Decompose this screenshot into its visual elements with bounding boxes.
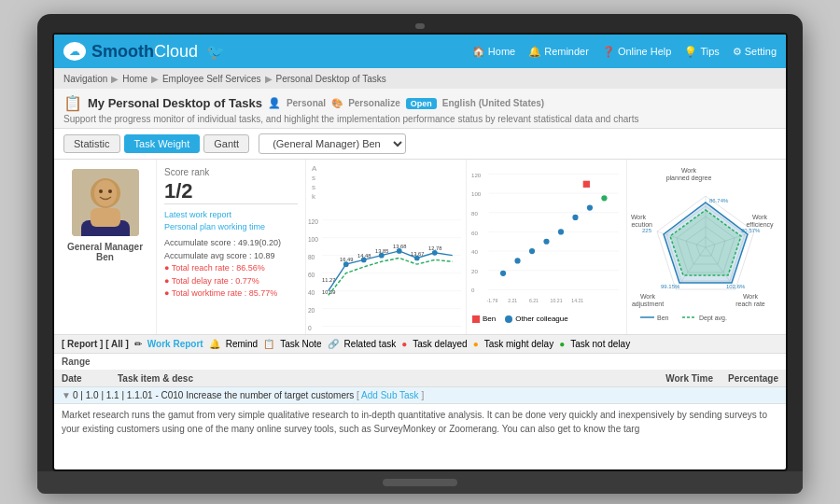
breadcrumb-ess[interactable]: Employee Self Services bbox=[162, 74, 261, 84]
th-percentage: Percentage bbox=[713, 373, 778, 384]
tasknotdelay-tab[interactable]: Task not delay bbox=[570, 339, 630, 349]
stat-reach-rate: ● Total reach rate : 86.56% bbox=[164, 262, 298, 275]
svg-rect-6 bbox=[91, 208, 120, 227]
laptop-notch bbox=[383, 479, 457, 486]
score-month-chart: Assk 120 100 80 60 40 20 0 bbox=[306, 160, 467, 334]
tab-gantt[interactable]: Gantt bbox=[203, 134, 249, 153]
language-label: English (United States) bbox=[442, 98, 544, 108]
svg-text:adjustment: adjustment bbox=[632, 301, 664, 308]
svg-point-63 bbox=[572, 215, 578, 220]
logo-bird: 🐦 bbox=[206, 44, 225, 60]
svg-point-27 bbox=[343, 261, 349, 267]
tasknote-tab[interactable]: Task Note bbox=[280, 339, 321, 349]
stat-avg-score: Accumulate avg score : 10.89 bbox=[164, 250, 298, 263]
svg-text:120: 120 bbox=[308, 218, 318, 225]
svg-text:17/09: 17/09 bbox=[385, 333, 397, 334]
personal-icon: 👤 bbox=[268, 97, 281, 109]
breadcrumb-home[interactable]: Home bbox=[122, 74, 147, 84]
laptop-frame: ☁ SmoothCloud 🐦 🏠Home 🔔Reminder ❓Online … bbox=[37, 14, 803, 490]
score-stats: Accumulate score : 49.19(0.20) Accumulat… bbox=[164, 237, 298, 301]
nav-tips[interactable]: 💡Tips bbox=[684, 46, 719, 58]
open-badge: Open bbox=[406, 98, 437, 109]
logo-light: Cloud bbox=[154, 42, 198, 61]
latest-work-report-link[interactable]: Latest work report bbox=[164, 210, 298, 219]
svg-text:100: 100 bbox=[308, 236, 318, 243]
score-links: Latest work report Personal plan working… bbox=[164, 210, 298, 231]
svg-text:40: 40 bbox=[471, 248, 478, 255]
table-header: Date Task item & desc Work Time Percenta… bbox=[54, 371, 786, 387]
camera-dot bbox=[415, 23, 425, 29]
nav-reminder[interactable]: 🔔Reminder bbox=[528, 46, 589, 58]
svg-text:Work: Work bbox=[743, 293, 759, 300]
score-panel: Score rank 1/2 Latest work report Person… bbox=[157, 160, 306, 334]
taskmightdelay-dot: ● bbox=[473, 339, 479, 349]
nav-home[interactable]: 🏠Home bbox=[472, 46, 515, 58]
svg-text:90.57%: 90.57% bbox=[741, 228, 761, 233]
add-sub-task-link[interactable]: Add Sub Task bbox=[361, 390, 419, 400]
score-value: 1/2 bbox=[164, 179, 298, 204]
nav-setting[interactable]: ⚙Setting bbox=[733, 46, 777, 58]
tab-taskweight[interactable]: Task Weight bbox=[124, 134, 201, 153]
report-all-label[interactable]: [ Report ] [ All ] bbox=[62, 339, 129, 349]
relatedtask-tab[interactable]: Related task bbox=[344, 339, 397, 349]
personalize-label: Personalize bbox=[348, 98, 400, 108]
chart1-title: Assk bbox=[306, 160, 466, 201]
task-description: 0 | 1.0 | 1.1 | 1.1.01 - C010 Increase t… bbox=[73, 390, 778, 400]
svg-point-61 bbox=[543, 239, 549, 245]
page-header: 📋 My Personal Desktop of Tasks 👤 Persona… bbox=[54, 89, 786, 129]
tab-statistic[interactable]: Statistic bbox=[63, 134, 120, 153]
svg-point-2 bbox=[94, 180, 117, 206]
svg-text:102.6%: 102.6% bbox=[726, 284, 746, 289]
svg-rect-57 bbox=[583, 181, 590, 188]
logo-icon: ☁ bbox=[63, 42, 86, 61]
svg-text:86.74%: 86.74% bbox=[709, 198, 729, 203]
svg-text:Work: Work bbox=[752, 214, 768, 220]
svg-text:17/08: 17/08 bbox=[369, 333, 381, 334]
svg-text:20: 20 bbox=[308, 307, 315, 314]
expand-icon[interactable]: ▼ bbox=[62, 390, 73, 400]
profile-panel: General Manager Ben bbox=[54, 160, 157, 334]
svg-text:20: 20 bbox=[471, 268, 478, 274]
nav-onlinehelp[interactable]: ❓Online Help bbox=[602, 46, 671, 58]
svg-text:60: 60 bbox=[308, 272, 315, 278]
stat-worktime-rate: ● Total worktime rate : 85.77% bbox=[164, 287, 298, 301]
svg-text:Dept avg.: Dept avg. bbox=[699, 315, 727, 322]
page-subtitle: Support the progress monitor of individu… bbox=[63, 114, 777, 124]
svg-text:2.21: 2.21 bbox=[508, 298, 517, 303]
manager-dropdown[interactable]: (General Manager) Ben bbox=[259, 133, 406, 154]
svg-text:-1.79: -1.79 bbox=[487, 298, 498, 303]
svg-text:100: 100 bbox=[471, 190, 482, 197]
svg-point-59 bbox=[514, 258, 520, 263]
stat-delay-rate: ● Total delay rate : 0.77% bbox=[164, 275, 298, 288]
svg-point-65 bbox=[601, 195, 607, 201]
personal-plan-link[interactable]: Personal plan working time bbox=[164, 222, 298, 231]
svg-text:120: 120 bbox=[471, 172, 482, 178]
report-section: [ Report ] [ All ] ✏ Work Report 🔔 Remin… bbox=[54, 335, 786, 440]
logo-bold: Smooth bbox=[91, 42, 154, 61]
legend-other: Other colleague bbox=[505, 315, 567, 323]
svg-text:6.21: 6.21 bbox=[529, 298, 539, 303]
remind-tab[interactable]: Remind bbox=[226, 339, 258, 349]
logo-text: SmoothCloud 🐦 bbox=[91, 42, 225, 62]
svg-point-60 bbox=[529, 248, 535, 254]
breadcrumb-nav[interactable]: Navigation bbox=[63, 74, 107, 84]
svg-text:planned degree: planned degree bbox=[666, 175, 712, 182]
laptop-screen: ☁ SmoothCloud 🐦 🏠Home 🔔Reminder ❓Online … bbox=[52, 33, 788, 471]
task-content: Market research runs the gamut from very… bbox=[54, 404, 786, 440]
svg-point-28 bbox=[361, 258, 367, 263]
svg-text:Ben: Ben bbox=[657, 315, 669, 321]
page-title-row: 📋 My Personal Desktop of Tasks 👤 Persona… bbox=[63, 94, 777, 112]
taskdelayed-tab[interactable]: Task delayed bbox=[413, 339, 467, 349]
logo-area: ☁ SmoothCloud 🐦 bbox=[63, 42, 225, 62]
remind-icon: 🔔 bbox=[209, 339, 220, 349]
work-report-tab[interactable]: Work Report bbox=[147, 339, 203, 349]
svg-text:11.27: 11.27 bbox=[322, 277, 335, 283]
svg-text:40: 40 bbox=[308, 289, 315, 296]
svg-text:17/11: 17/11 bbox=[414, 333, 427, 334]
chart1-svg: 120 100 80 60 40 20 0 bbox=[306, 201, 466, 334]
svg-text:reach rate: reach rate bbox=[735, 301, 765, 307]
table-row: ▼ 0 | 1.0 | 1.1 | 1.1.01 - C010 Increase… bbox=[54, 387, 786, 404]
svg-text:Work: Work bbox=[681, 167, 697, 174]
taskmightdelay-tab[interactable]: Task might delay bbox=[484, 339, 553, 349]
tabs-row: Statistic Task Weight Gantt (General Man… bbox=[54, 129, 786, 160]
